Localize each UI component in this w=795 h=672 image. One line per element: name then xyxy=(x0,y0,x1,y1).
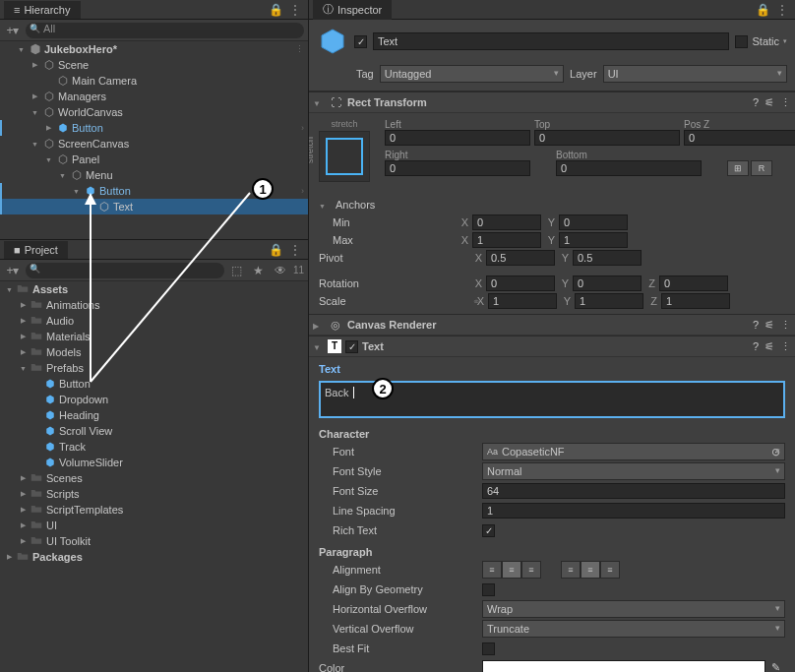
expand-icon[interactable] xyxy=(18,505,29,516)
bottom-field[interactable] xyxy=(556,160,702,176)
font-field[interactable]: AaCopaseticNF⊙ xyxy=(482,443,785,460)
rot-x[interactable] xyxy=(486,275,555,291)
anchor-min-y[interactable] xyxy=(559,214,628,230)
raw-edit-button[interactable]: R xyxy=(751,160,772,176)
context-menu-icon[interactable]: ⋮ xyxy=(286,2,304,18)
font-size-field[interactable] xyxy=(482,483,785,499)
tree-row[interactable]: VolumeSlider xyxy=(0,455,308,470)
help-icon[interactable]: ? xyxy=(753,96,759,109)
expand-icon[interactable] xyxy=(18,300,29,311)
pivot-y[interactable] xyxy=(573,250,642,266)
tree-row[interactable]: ScreenCanvas xyxy=(0,136,308,152)
posz-field[interactable] xyxy=(684,130,795,146)
scale-x[interactable] xyxy=(488,293,557,309)
expand-icon[interactable] xyxy=(313,96,324,108)
pivot-x[interactable] xyxy=(486,250,555,266)
expand-icon[interactable] xyxy=(30,60,40,71)
menu-icon[interactable]: ⋮ xyxy=(295,44,304,54)
expand-icon[interactable] xyxy=(313,340,324,352)
open-prefab-icon[interactable]: › xyxy=(301,186,304,196)
tree-row[interactable]: Materials xyxy=(0,329,308,344)
expand-icon[interactable] xyxy=(18,316,29,327)
help-icon[interactable]: ? xyxy=(753,319,759,332)
expand-icon[interactable] xyxy=(18,536,29,547)
inspector-tab[interactable]: ⓘ Inspector xyxy=(313,0,392,20)
create-dropdown[interactable]: +▾ xyxy=(4,263,22,278)
tree-row[interactable]: Scene xyxy=(0,57,308,73)
project-tab[interactable]: ■ Project xyxy=(4,241,68,259)
expand-icon[interactable] xyxy=(18,489,29,500)
rect-transform-header[interactable]: ⛶ Rect Transform ?⚟⋮ xyxy=(309,92,795,113)
left-field[interactable] xyxy=(385,130,530,146)
tree-row[interactable]: Models xyxy=(0,344,308,360)
expand-icon[interactable] xyxy=(18,520,29,531)
menu-icon[interactable]: ⋮ xyxy=(780,340,791,353)
tree-row[interactable]: Packages xyxy=(0,549,308,565)
text-component-header[interactable]: T Text ?⚟⋮ xyxy=(309,336,795,357)
hierarchy-tab[interactable]: ≡ Hierarchy xyxy=(4,1,81,19)
align-geometry-checkbox[interactable] xyxy=(482,583,495,596)
tree-row[interactable]: Scroll View xyxy=(0,423,308,439)
tree-row[interactable]: Panel xyxy=(0,152,308,167)
scale-z[interactable] xyxy=(661,293,730,309)
tree-row-selected[interactable]: Text xyxy=(0,199,308,214)
align-left-button[interactable]: ≡ xyxy=(482,561,502,579)
blueprint-button[interactable]: ⊞ xyxy=(727,160,749,176)
lock-icon[interactable]: 🔒 xyxy=(754,2,771,18)
tree-row[interactable]: Scripts xyxy=(0,486,308,502)
anchor-max-x[interactable] xyxy=(472,232,541,248)
expand-icon[interactable] xyxy=(4,284,15,295)
expand-icon[interactable] xyxy=(43,123,54,134)
rot-y[interactable] xyxy=(573,275,642,291)
expand-icon[interactable] xyxy=(30,92,40,102)
tree-row[interactable]: Button xyxy=(0,376,308,392)
tree-row[interactable]: Scenes xyxy=(0,470,308,486)
font-style-dropdown[interactable]: Normal xyxy=(482,462,785,480)
tree-row[interactable]: WorldCanvas xyxy=(0,104,308,120)
presets-icon[interactable]: ⚟ xyxy=(764,96,774,109)
static-dropdown-icon[interactable]: ▾ xyxy=(783,37,787,45)
tree-row[interactable]: ScriptTemplates xyxy=(0,502,308,518)
static-checkbox[interactable] xyxy=(735,35,748,48)
expand-icon[interactable] xyxy=(30,139,40,150)
expand-icon[interactable] xyxy=(43,154,54,165)
scene-root[interactable]: JukeboxHero* ⋮ xyxy=(0,41,308,57)
filter-icon[interactable]: ⬚ xyxy=(228,263,246,278)
tree-row[interactable]: Track xyxy=(0,439,308,455)
tree-row[interactable]: Dropdown xyxy=(0,392,308,407)
tree-row[interactable]: Assets xyxy=(0,281,308,297)
tree-row[interactable]: Audio xyxy=(0,313,308,329)
canvas-renderer-header[interactable]: ▶ ◎ Canvas Renderer ?⚟⋮ xyxy=(309,314,795,336)
h-overflow-dropdown[interactable]: Wrap xyxy=(482,600,785,618)
line-spacing-field[interactable] xyxy=(482,503,785,519)
anchor-min-x[interactable] xyxy=(472,214,541,230)
expand-icon[interactable] xyxy=(4,552,15,563)
tree-row[interactable]: UI xyxy=(0,518,308,533)
open-prefab-icon[interactable]: › xyxy=(301,123,304,133)
tree-row[interactable]: UI Toolkit xyxy=(0,533,308,549)
tree-row[interactable]: Animations xyxy=(0,297,308,313)
visibility-icon[interactable]: 👁 xyxy=(272,263,289,278)
layer-dropdown[interactable]: UI xyxy=(603,65,787,83)
scale-y[interactable] xyxy=(575,293,643,309)
expand-icon[interactable] xyxy=(18,473,29,484)
tree-row[interactable]: Managers xyxy=(0,89,308,104)
project-search[interactable] xyxy=(26,263,224,278)
align-bottom-button[interactable]: ≡ xyxy=(600,561,620,579)
top-field[interactable] xyxy=(534,130,680,146)
expand-icon[interactable] xyxy=(319,199,330,211)
menu-icon[interactable]: ⋮ xyxy=(780,319,791,332)
context-menu-icon[interactable]: ⋮ xyxy=(286,242,304,258)
favorites-icon[interactable]: ★ xyxy=(250,263,268,278)
rich-text-checkbox[interactable] xyxy=(482,524,495,537)
tree-row[interactable]: Prefabs xyxy=(0,360,308,376)
align-top-button[interactable]: ≡ xyxy=(561,561,581,579)
tag-dropdown[interactable]: Untagged xyxy=(380,65,564,83)
context-menu-icon[interactable]: ⋮ xyxy=(773,2,791,18)
color-field[interactable] xyxy=(482,660,765,672)
create-dropdown[interactable]: +▾ xyxy=(4,23,22,38)
align-middle-button[interactable]: ≡ xyxy=(581,561,600,579)
expand-icon[interactable] xyxy=(18,332,29,342)
anchor-max-y[interactable] xyxy=(559,232,628,248)
anchor-preset-widget[interactable] xyxy=(319,131,370,182)
